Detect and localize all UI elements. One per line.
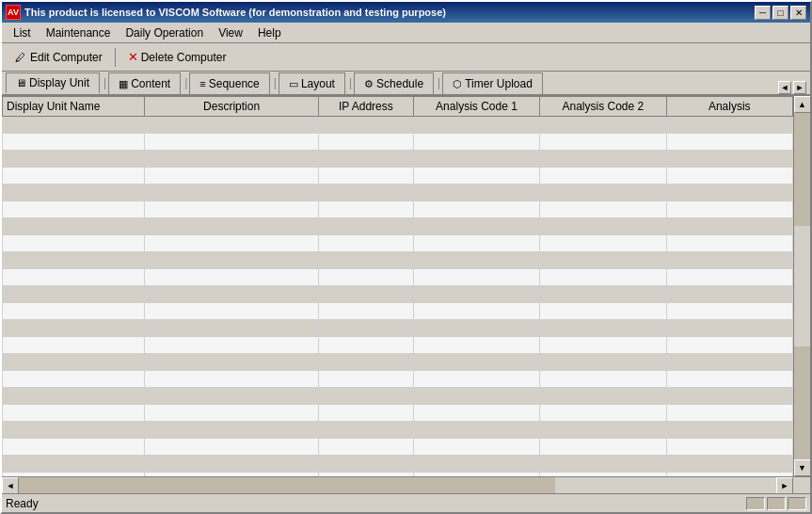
edit-computer-button[interactable]: 🖊 Edit Computer (6, 46, 109, 69)
schedule-tab-icon: ⚙ (364, 78, 374, 90)
table-row[interactable] (3, 371, 793, 388)
sequence-tab-icon: ≡ (199, 78, 205, 89)
close-button[interactable]: ✕ (790, 6, 806, 20)
main-window: AV This product is licensed to VISCOM So… (0, 0, 812, 514)
col-header-analysis: Analysis (666, 97, 792, 117)
hscroll-track[interactable] (19, 477, 555, 493)
table-row[interactable] (3, 286, 793, 303)
horizontal-scrollbar: ◄ ► (2, 476, 810, 493)
tab-sep-3: | (274, 76, 277, 89)
table-row[interactable] (3, 269, 793, 286)
tab-sep-2: | (184, 76, 187, 89)
table-container: Display Unit Name Description IP Address… (2, 96, 793, 476)
layout-tab-icon: ▭ (289, 78, 298, 90)
schedule-tab-label: Schedule (376, 77, 423, 90)
title-bar: AV This product is licensed to VISCOM So… (2, 2, 810, 23)
table-header-row: Display Unit Name Description IP Address… (3, 97, 793, 117)
toolbar-separator (115, 48, 116, 67)
edit-icon: 🖊 (12, 50, 27, 65)
table-row[interactable] (3, 168, 793, 185)
table-row[interactable] (3, 235, 793, 252)
title-controls: ─ □ ✕ (755, 6, 806, 20)
scroll-right-button[interactable]: ► (776, 477, 793, 494)
scroll-track-bottom (794, 346, 810, 459)
col-header-name: Display Unit Name (3, 97, 145, 117)
table-row[interactable] (3, 456, 793, 473)
table-row[interactable] (3, 422, 793, 439)
menu-maintenance[interactable]: Maintenance (39, 23, 119, 42)
status-indicator-3 (788, 497, 806, 510)
table-row[interactable] (3, 303, 793, 320)
scroll-up-button[interactable]: ▲ (794, 96, 811, 113)
table-row[interactable] (3, 354, 793, 371)
col-header-code2: Analysis Code 2 (540, 97, 666, 117)
toolbar: 🖊 Edit Computer ✕ Delete Computer (2, 43, 810, 72)
status-indicator-2 (767, 497, 786, 510)
table-row[interactable] (3, 405, 793, 422)
sequence-tab-label: Sequence (209, 77, 260, 90)
content-tab-icon: ▦ (119, 78, 128, 90)
table-row[interactable] (3, 252, 793, 269)
menu-list[interactable]: List (6, 23, 39, 42)
tab-display-unit[interactable]: 🖥 Display Unit (6, 72, 100, 94)
menu-help[interactable]: Help (250, 23, 289, 42)
tab-nav-right[interactable]: ► (793, 81, 806, 94)
col-header-description: Description (145, 97, 319, 117)
delete-computer-button[interactable]: ✕ Delete Computer (121, 46, 233, 69)
maximize-button[interactable]: □ (772, 6, 788, 20)
tab-nav-arrows: ◄ ► (778, 81, 806, 94)
status-indicators (746, 497, 806, 510)
table-row[interactable] (3, 388, 793, 405)
menu-view[interactable]: View (211, 23, 250, 42)
layout-tab-label: Layout (301, 77, 335, 90)
table-body (3, 117, 793, 477)
scroll-track-top (794, 113, 810, 226)
table-row[interactable] (3, 151, 793, 168)
status-text: Ready (6, 497, 746, 510)
table-row[interactable] (3, 201, 793, 218)
table-row[interactable] (3, 117, 793, 134)
tab-sep-4: | (349, 76, 352, 89)
tab-bar: 🖥 Display Unit | ▦ Content | ≡ Sequence … (2, 72, 810, 96)
tab-sequence[interactable]: ≡ Sequence (189, 72, 269, 94)
scrollbar-corner (793, 477, 810, 494)
vertical-scrollbar[interactable]: ▲ ▼ (793, 96, 810, 476)
tab-schedule[interactable]: ⚙ Schedule (354, 72, 434, 94)
menu-daily-operation[interactable]: Daily Operation (118, 23, 211, 42)
table-row[interactable] (3, 185, 793, 201)
col-header-code1: Analysis Code 1 (413, 97, 539, 117)
status-indicator-1 (746, 497, 765, 510)
tab-nav-left[interactable]: ◄ (778, 81, 791, 94)
table-row[interactable] (3, 439, 793, 456)
hscroll-right-area (555, 477, 776, 493)
display-unit-tab-icon: 🖥 (16, 77, 26, 88)
scroll-left-button[interactable]: ◄ (2, 477, 19, 494)
timer-upload-tab-icon: ⬡ (453, 78, 462, 90)
table-row[interactable] (3, 473, 793, 477)
window-title: This product is licensed to VISCOM Softw… (24, 7, 446, 18)
table-row[interactable] (3, 134, 793, 151)
status-bar: Ready (2, 493, 810, 512)
content-tab-label: Content (131, 77, 170, 90)
table-row[interactable] (3, 320, 793, 337)
col-header-ip: IP Address (318, 97, 413, 117)
menu-bar: List Maintenance Daily Operation View He… (2, 23, 810, 43)
app-icon: AV (6, 5, 21, 20)
content-area: Display Unit Name Description IP Address… (2, 96, 810, 476)
tab-sep-1: | (103, 76, 106, 89)
tab-timer-upload[interactable]: ⬡ Timer Upload (442, 72, 543, 94)
display-unit-tab-label: Display Unit (29, 76, 89, 89)
delete-icon: ✕ (128, 50, 138, 64)
tab-layout[interactable]: ▭ Layout (279, 72, 345, 94)
title-bar-left: AV This product is licensed to VISCOM So… (6, 5, 446, 20)
table-row[interactable] (3, 218, 793, 235)
data-table: Display Unit Name Description IP Address… (2, 96, 793, 476)
tab-content[interactable]: ▦ Content (108, 72, 181, 94)
minimize-button[interactable]: ─ (755, 6, 771, 20)
timer-upload-tab-label: Timer Upload (465, 77, 533, 90)
table-row[interactable] (3, 337, 793, 354)
tab-sep-5: | (438, 76, 440, 89)
scroll-down-button[interactable]: ▼ (794, 459, 811, 476)
